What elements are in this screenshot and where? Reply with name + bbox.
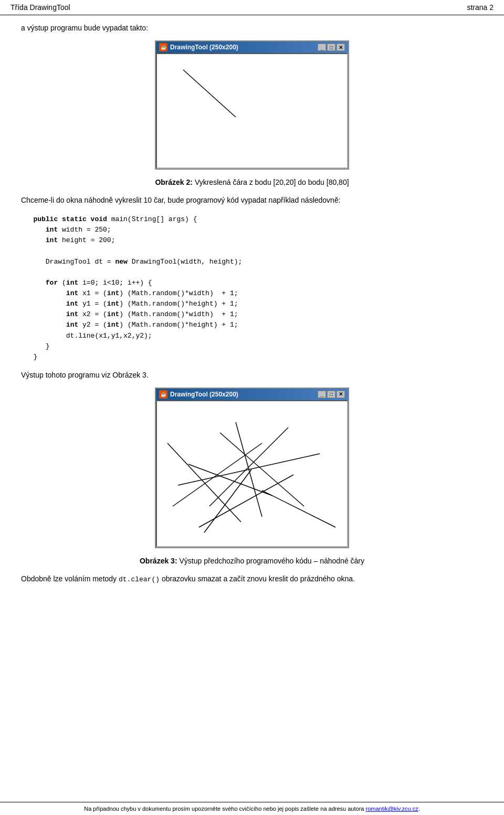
footer-text-end: . xyxy=(418,806,420,812)
figure2-maximize-button[interactable]: □ xyxy=(327,391,335,398)
desc2-text: Obdobně lze voláním metody dt.clear() ob… xyxy=(21,573,483,585)
figure1-window-title: DrawingTool (250x200) xyxy=(170,44,238,51)
java-icon-2: ☕ xyxy=(159,390,167,399)
code-block: public static void main(String[] args) {… xyxy=(21,212,483,364)
figure1-canvas xyxy=(157,54,349,170)
code-line-12: dt.line(x1,y1,x2,y2); xyxy=(21,331,483,341)
figure2-window-controls: _ □ ✕ xyxy=(318,391,345,398)
svg-line-0 xyxy=(183,70,236,117)
java-icon: ☕ xyxy=(159,43,167,51)
svg-line-10 xyxy=(262,490,335,527)
main-content: a výstup programu bude vypadat takto: ☕ … xyxy=(0,24,504,601)
code-line-11: int y2 = (int) (Math.random()*height) + … xyxy=(21,320,483,330)
figure1-titlebar: ☕ DrawingTool (250x200) _ □ ✕ xyxy=(156,41,348,53)
figure1-caption: Obrázek 2: Vykreslená čára z bodu [20,20… xyxy=(21,178,483,186)
svg-line-2 xyxy=(199,475,293,527)
intro-text: a výstup programu bude vypadat takto: xyxy=(21,24,483,32)
page-title: Třída DrawingTool xyxy=(10,3,70,12)
page-footer: Na případnou chybu v dokumentu prosím up… xyxy=(0,802,504,815)
code-line-10: int x2 = (int) (Math.random()*width) + 1… xyxy=(21,309,483,320)
close-button[interactable]: ✕ xyxy=(337,44,345,51)
page-header: Třída DrawingTool strana 2 xyxy=(0,0,504,15)
figure2-titlebar-left: ☕ DrawingTool (250x200) xyxy=(159,390,238,399)
figure2-caption: Obrázek 3: Výstup předchozího programové… xyxy=(21,557,483,565)
window-controls: _ □ ✕ xyxy=(318,44,345,51)
desc1-text: Chceme-li do okna náhodně vykreslit 10 č… xyxy=(21,195,483,206)
code-line-3: int height = 200; xyxy=(21,235,483,246)
figure2-titlebar: ☕ DrawingTool (250x200) _ □ ✕ xyxy=(156,389,348,400)
minimize-button[interactable]: _ xyxy=(318,44,326,51)
code-line-14: } xyxy=(21,352,483,362)
code-line-9: int y1 = (int) (Math.random()*height) + … xyxy=(21,299,483,309)
code-line-2: int width = 250; xyxy=(21,225,483,235)
desc2-before: Obdobně lze voláním metody xyxy=(21,574,119,583)
desc2-code: dt.clear() xyxy=(119,576,160,583)
figure1-caption-text: Vykreslená čára z bodu [20,20] do bodu [… xyxy=(193,178,349,186)
code-line-4 xyxy=(21,246,483,256)
desc2-after: obrazovku smazat a začít znovu kreslit d… xyxy=(160,574,355,583)
figure1-body xyxy=(156,53,348,169)
figure2-body xyxy=(156,400,348,547)
maximize-button[interactable]: □ xyxy=(327,44,335,51)
code-line-6 xyxy=(21,267,483,278)
figure1-caption-bold: Obrázek 2: xyxy=(155,178,193,186)
figure2-caption-text: Výstup předchozího programového kódu – n… xyxy=(177,557,364,565)
output-text: Výstup tohoto programu viz Obrázek 3. xyxy=(21,371,483,379)
code-line-8: int x1 = (int) (Math.random()*width) + 1… xyxy=(21,288,483,299)
figure2-minimize-button[interactable]: _ xyxy=(318,391,326,398)
code-line-1: public static void main(String[] args) { xyxy=(21,214,483,225)
code-line-7: for (int i=0; i<10; i++) { xyxy=(21,278,483,288)
figure1-window: ☕ DrawingTool (250x200) _ □ ✕ xyxy=(155,40,349,170)
code-line-13: } xyxy=(21,341,483,352)
figure2-window-title: DrawingTool (250x200) xyxy=(170,391,238,398)
svg-line-9 xyxy=(167,443,241,522)
footer-text: Na případnou chybu v dokumentu prosím up… xyxy=(84,806,365,812)
code-line-5: DrawingTool dt = new DrawingTool(width, … xyxy=(21,257,483,267)
figure2-canvas xyxy=(157,401,349,548)
footer-link[interactable]: romantik@kiv.zcu.cz xyxy=(366,806,418,812)
svg-line-8 xyxy=(209,427,288,506)
figure2-close-button[interactable]: ✕ xyxy=(337,391,345,398)
figure2-window: ☕ DrawingTool (250x200) _ □ ✕ xyxy=(155,388,349,548)
titlebar-left: ☕ DrawingTool (250x200) xyxy=(159,43,238,51)
figure2-caption-bold: Obrázek 3: xyxy=(140,557,177,565)
page-number: strana 2 xyxy=(467,3,494,12)
